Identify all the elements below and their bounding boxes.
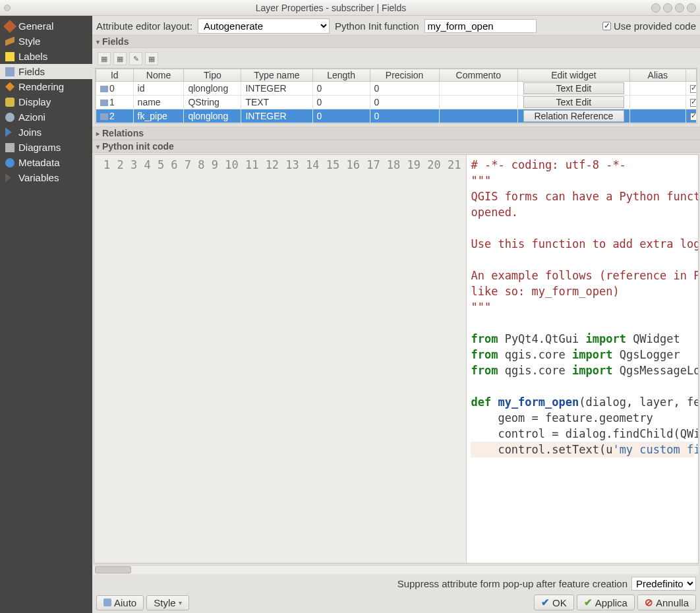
sidebar-item-rendering[interactable]: Rendering — [0, 79, 92, 94]
cancel-icon: ⊘ — [645, 597, 653, 608]
minimize-window-button[interactable] — [663, 3, 672, 13]
col-check — [685, 69, 696, 82]
sidebar-item-metadata[interactable]: Metadata — [0, 155, 92, 170]
collapse-icon: ▾ — [96, 143, 100, 150]
col-alias[interactable]: Alias — [629, 69, 685, 82]
attr-layout-select[interactable]: Autogenerate — [198, 18, 330, 34]
rendering-icon — [5, 82, 15, 92]
diagrams-icon — [5, 143, 15, 152]
sidebar-item-style[interactable]: Style — [0, 34, 92, 49]
sidebar-item-fields[interactable]: Fields — [0, 64, 92, 79]
edit-widget-button[interactable]: Text Edit — [523, 96, 624, 108]
col-precision[interactable]: Precision — [370, 69, 439, 82]
calc-field-button[interactable]: ▦ — [145, 52, 158, 65]
delete-field-button[interactable]: ▦ — [113, 52, 127, 65]
sidebar-item-display[interactable]: Display — [0, 94, 92, 109]
code-hscrollbar[interactable] — [94, 565, 699, 574]
azioni-icon — [5, 113, 15, 122]
python-code-panel: 1 2 3 4 5 6 7 8 9 10 11 12 13 14 15 16 1… — [92, 153, 700, 575]
sidebar-item-variables[interactable]: Variables — [0, 170, 92, 185]
edit-widget-button[interactable]: Relation Reference — [523, 110, 624, 122]
table-row-icon — [100, 113, 108, 120]
section-fields-header[interactable]: ▾ Fields — [92, 35, 700, 48]
cancel-button[interactable]: ⊘Annulla — [637, 595, 696, 610]
use-provided-code-label: Use provided code — [614, 20, 696, 32]
ok-button[interactable]: ✔OK — [534, 595, 574, 610]
suppress-select[interactable]: Predefinito — [631, 577, 696, 591]
fields-table[interactable]: Id Nome Tipo Type name Length Precision … — [95, 68, 697, 124]
help-icon — [103, 598, 111, 606]
maximize-window-button[interactable] — [675, 3, 684, 13]
sidebar-item-joins[interactable]: Joins — [0, 125, 92, 140]
row-visible-checkbox[interactable] — [690, 99, 697, 107]
col-nome[interactable]: Nome — [133, 69, 184, 82]
python-init-label: Python Init function — [335, 20, 419, 32]
col-editwidget[interactable]: Edit widget — [517, 69, 629, 82]
general-icon — [3, 20, 16, 33]
window-titlebar: Layer Properties - subscriber | Fields — [0, 0, 700, 16]
table-row-icon — [100, 86, 108, 92]
sidebar-item-diagrams[interactable]: Diagrams — [0, 140, 92, 155]
top-controls: Attribute editor layout: Autogenerate Py… — [92, 16, 700, 35]
col-tipo[interactable]: Tipo — [184, 69, 241, 82]
labels-icon — [5, 52, 15, 61]
col-length[interactable]: Length — [312, 69, 370, 82]
sidebar-item-labels[interactable]: Labels — [0, 49, 92, 64]
help-window-button[interactable] — [651, 3, 660, 13]
chevron-down-icon: ▾ — [179, 599, 182, 606]
table-row[interactable]: 2fk_pipeqlonglongINTEGER00Relation Refer… — [96, 109, 697, 123]
window-menu-icon[interactable] — [4, 5, 11, 11]
attr-layout-label: Attribute editor layout: — [96, 20, 192, 32]
ok-icon: ✔ — [541, 597, 550, 608]
collapse-icon: ▾ — [96, 38, 100, 45]
table-header-row: Id Nome Tipo Type name Length Precision … — [96, 69, 697, 82]
style-icon — [5, 37, 15, 46]
close-window-button[interactable] — [687, 3, 696, 13]
section-relations-header[interactable]: ▸ Relations — [92, 127, 700, 140]
suppress-label: Suppress attribute form pop-up after fea… — [397, 578, 627, 589]
sidebar: General Style Labels Fields Rendering Di… — [0, 16, 92, 613]
dialog-button-bar: Aiuto Style▾ ✔OK ✔Applica ⊘Annulla — [92, 592, 700, 613]
edit-field-button[interactable]: ✎ — [129, 52, 142, 65]
joins-icon — [5, 128, 15, 137]
table-row-icon — [100, 100, 108, 106]
style-menu-button[interactable]: Style▾ — [146, 595, 189, 610]
scrollbar-thumb[interactable] — [95, 566, 131, 573]
apply-button[interactable]: ✔Applica — [577, 595, 635, 610]
fields-panel: ▦ ▦ ✎ ▦ Id Nome Tipo Type name — [92, 48, 700, 127]
col-commento[interactable]: Commento — [439, 69, 517, 82]
edit-widget-button[interactable]: Text Edit — [523, 82, 624, 94]
section-python-header[interactable]: ▾ Python init code — [92, 140, 700, 153]
col-id[interactable]: Id — [96, 69, 134, 82]
fields-icon — [5, 67, 15, 76]
col-typename[interactable]: Type name — [241, 69, 312, 82]
window-title: Layer Properties - subscriber | Fields — [13, 3, 649, 13]
python-init-input[interactable] — [424, 19, 537, 33]
sidebar-item-azioni[interactable]: Azioni — [0, 109, 92, 125]
display-icon — [5, 98, 15, 107]
add-field-button[interactable]: ▦ — [98, 52, 111, 65]
use-provided-code-checkbox[interactable]: ✓ — [602, 22, 611, 30]
help-button[interactable]: Aiuto — [96, 595, 144, 610]
table-row[interactable]: 0idqlonglongINTEGER00Text Edit — [96, 82, 697, 96]
sidebar-item-general[interactable]: General — [0, 18, 92, 34]
code-editor[interactable]: # -*- coding: utf-8 -*- """ QGIS forms c… — [467, 155, 698, 563]
apply-icon: ✔ — [584, 597, 593, 608]
row-visible-checkbox[interactable] — [690, 113, 697, 121]
metadata-icon — [5, 158, 15, 167]
variables-icon — [5, 173, 15, 183]
expand-icon: ▸ — [96, 130, 100, 137]
row-visible-checkbox[interactable] — [690, 85, 697, 93]
table-row[interactable]: 1nameQStringTEXT00Text Edit — [96, 96, 697, 109]
code-gutter: 1 2 3 4 5 6 7 8 9 10 11 12 13 14 15 16 1… — [94, 155, 467, 563]
